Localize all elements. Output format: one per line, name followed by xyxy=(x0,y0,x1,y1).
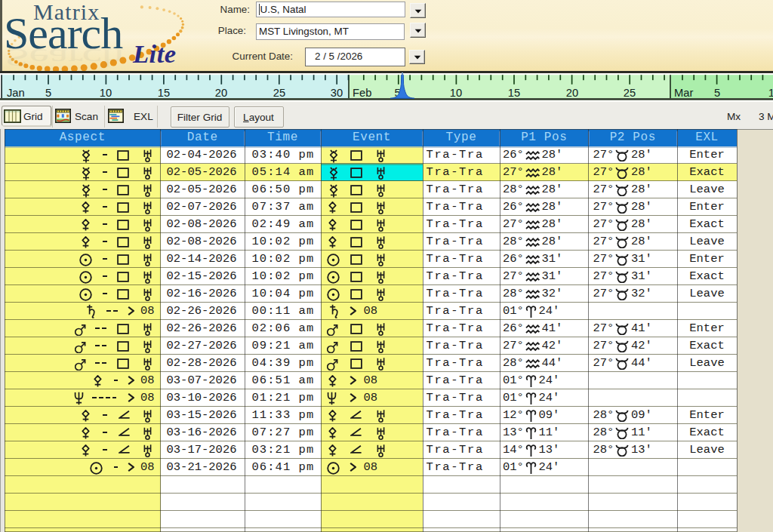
svg-text:30: 30 xyxy=(331,87,343,99)
svg-text:25: 25 xyxy=(624,87,636,99)
svg-text:20: 20 xyxy=(566,87,578,99)
svg-text:Lite: Lite xyxy=(132,39,177,68)
svg-text:10: 10 xyxy=(100,87,112,99)
svg-text:20: 20 xyxy=(215,87,227,99)
svg-text:15: 15 xyxy=(508,87,520,99)
svg-text:5: 5 xyxy=(45,87,51,99)
svg-text:Search: Search xyxy=(4,8,123,58)
svg-text:5: 5 xyxy=(714,87,720,99)
svg-text:Jan: Jan xyxy=(7,87,25,99)
svg-text:10: 10 xyxy=(768,87,773,99)
svg-text:Feb: Feb xyxy=(353,87,371,99)
svg-text:Mar: Mar xyxy=(674,87,693,99)
svg-text:10: 10 xyxy=(450,87,462,99)
svg-text:25: 25 xyxy=(273,87,285,99)
svg-text:15: 15 xyxy=(158,87,170,99)
